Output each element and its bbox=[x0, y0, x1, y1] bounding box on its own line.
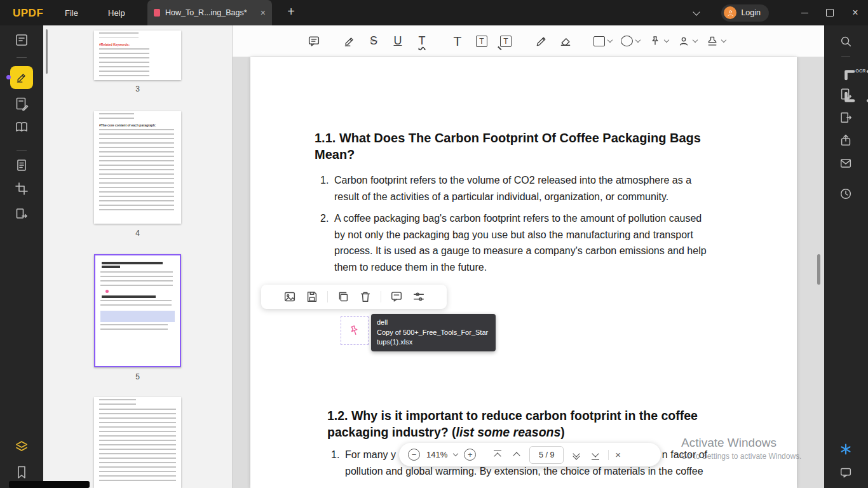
insert-text-icon[interactable]: T bbox=[450, 32, 465, 51]
tab-close-icon[interactable]: × bbox=[261, 8, 266, 18]
underline-icon[interactable]: U bbox=[390, 32, 405, 51]
zoom-level[interactable]: 141% bbox=[426, 450, 447, 459]
page-thumbnail-6[interactable] bbox=[94, 397, 181, 488]
thumb-highlight-block bbox=[100, 311, 175, 322]
chevron-down-icon[interactable] bbox=[687, 11, 706, 15]
new-tab-button[interactable]: + bbox=[283, 4, 299, 19]
heading-1-1: 1.1. What Does The Carbon Footprint Of C… bbox=[315, 130, 701, 163]
save-attachment-icon[interactable] bbox=[305, 290, 319, 304]
updf-logo[interactable]: UPDF bbox=[13, 7, 43, 20]
divider bbox=[381, 291, 381, 302]
close-button[interactable]: × bbox=[843, 0, 868, 25]
crop-icon[interactable] bbox=[14, 181, 29, 196]
note-edit-icon[interactable] bbox=[14, 96, 29, 111]
thumbnail-panel: #Related Keywords: 3 #The core content o… bbox=[43, 25, 232, 488]
taskbar-peek[interactable] bbox=[9, 481, 90, 488]
avatar-icon bbox=[724, 6, 736, 19]
pdf-doc-icon bbox=[154, 9, 160, 17]
strikethrough-icon[interactable]: S bbox=[366, 32, 381, 51]
document-tab[interactable]: How_To_R...ing_Bags* × bbox=[147, 0, 272, 25]
divider bbox=[608, 450, 609, 460]
maximize-button[interactable] bbox=[817, 0, 843, 25]
zoom-in-icon[interactable]: + bbox=[464, 449, 476, 461]
titlebar: UPDF File Help How_To_R...ing_Bags* × + … bbox=[0, 0, 868, 25]
pencil-icon[interactable] bbox=[534, 32, 549, 51]
page-number-label: 3 bbox=[94, 85, 181, 93]
attachment-pin-annotation[interactable] bbox=[341, 316, 369, 345]
page-number-input[interactable] bbox=[529, 446, 564, 464]
open-attachment-icon[interactable] bbox=[283, 290, 297, 304]
next-page-icon[interactable] bbox=[570, 449, 583, 461]
pin-tool-icon[interactable] bbox=[649, 32, 668, 51]
page-thumbnail-3[interactable]: #Related Keywords: bbox=[94, 30, 181, 80]
copy-icon[interactable] bbox=[336, 290, 350, 304]
first-page-icon[interactable] bbox=[491, 449, 504, 461]
sticker-tool-icon[interactable] bbox=[677, 32, 697, 51]
comment-note-icon[interactable] bbox=[390, 290, 403, 304]
eraser-icon[interactable] bbox=[558, 32, 573, 51]
heading-1-2: 1.2. Why is it important to reduce carbo… bbox=[327, 407, 698, 440]
chat-icon[interactable] bbox=[839, 466, 853, 480]
highlighter-tool-icon[interactable] bbox=[10, 66, 33, 89]
divider bbox=[841, 56, 850, 57]
page-thumbnail-4[interactable]: #The core content of each paragraph: bbox=[94, 111, 181, 224]
mail-icon[interactable] bbox=[839, 156, 853, 170]
thumb-pin-mark bbox=[105, 290, 109, 293]
right-toolbar: OCR bbox=[824, 25, 868, 488]
menu-file[interactable]: File bbox=[65, 8, 78, 18]
delete-icon[interactable] bbox=[358, 290, 372, 304]
divider bbox=[327, 291, 328, 302]
ocr-icon[interactable]: OCR bbox=[839, 64, 868, 108]
close-pagination-icon[interactable]: × bbox=[615, 449, 621, 460]
annotation-toolbar: S U T T T T bbox=[233, 25, 824, 57]
pdf-page[interactable]: 1.1. What Does The Carbon Footprint Of C… bbox=[250, 57, 797, 488]
zoom-dropdown-icon[interactable] bbox=[453, 451, 458, 456]
list-item-2: 2. A coffee packaging bag's carbon footp… bbox=[320, 210, 707, 275]
bookmark-icon[interactable] bbox=[14, 464, 29, 480]
menu-help[interactable]: Help bbox=[108, 8, 125, 18]
search-icon[interactable] bbox=[839, 34, 853, 48]
thumbnail-scrollbar[interactable] bbox=[46, 29, 48, 74]
highlight-icon[interactable] bbox=[342, 32, 357, 51]
comment-icon[interactable] bbox=[306, 32, 322, 51]
ellipse-shape-icon[interactable] bbox=[621, 32, 640, 51]
attachment-tooltip: dell Copy of 500+_Free_Tools_For_Star tu… bbox=[371, 314, 496, 351]
page-export-icon[interactable] bbox=[839, 111, 853, 125]
attachment-context-toolbar bbox=[261, 285, 447, 309]
stamp-tool-icon[interactable] bbox=[706, 32, 726, 51]
left-toolbar bbox=[0, 25, 43, 488]
page-thumbnail-5-selected[interactable] bbox=[94, 254, 181, 367]
layers-icon[interactable] bbox=[14, 439, 29, 454]
rectangle-shape-icon[interactable] bbox=[593, 32, 612, 51]
active-tool-indicator bbox=[6, 75, 11, 79]
login-label: Login bbox=[741, 8, 761, 17]
pages-icon[interactable] bbox=[14, 158, 29, 173]
main-area: S U T T T T 1.1. What Does T bbox=[232, 25, 824, 488]
history-icon[interactable] bbox=[839, 187, 853, 201]
divider bbox=[17, 57, 27, 58]
share-icon[interactable] bbox=[839, 133, 853, 147]
list-item-1: 1. Carbon footprint refers to the volume… bbox=[320, 172, 691, 205]
pagination-bar: − 141% + × bbox=[399, 443, 661, 466]
tab-title: How_To_R...ing_Bags* bbox=[165, 8, 255, 17]
page-number-label: 5 bbox=[94, 372, 181, 381]
zoom-out-icon[interactable]: − bbox=[408, 449, 420, 461]
ai-assistant-icon[interactable] bbox=[839, 442, 853, 456]
thumb-microtext: #Related Keywords: bbox=[99, 43, 176, 46]
divider bbox=[17, 150, 27, 151]
page-edit-icon[interactable] bbox=[839, 87, 853, 101]
previous-page-icon[interactable] bbox=[510, 449, 523, 461]
text-box-icon[interactable]: T bbox=[474, 32, 489, 51]
convert-icon[interactable] bbox=[14, 207, 29, 222]
callout-icon[interactable]: T bbox=[498, 32, 513, 51]
properties-icon[interactable] bbox=[412, 290, 426, 304]
minimize-button[interactable] bbox=[792, 0, 817, 25]
last-page-icon[interactable] bbox=[589, 449, 602, 461]
thumb-microtext: #The core content of each paragraph: bbox=[99, 123, 176, 127]
main-scrollbar[interactable] bbox=[817, 254, 820, 285]
page-number-label: 4 bbox=[94, 229, 181, 238]
squiggly-underline-icon[interactable]: T bbox=[414, 32, 430, 51]
annotate-panel-icon[interactable] bbox=[14, 32, 29, 48]
login-button[interactable]: Login bbox=[721, 4, 769, 22]
reader-icon[interactable] bbox=[14, 119, 29, 135]
